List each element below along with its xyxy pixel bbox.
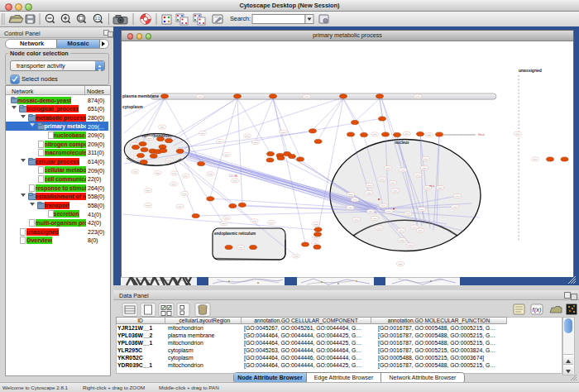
svg-text:xxxxxxxxxxxxxxxxxxxxxxxxxxxxxx: xxxxxxxxxxxxxxxxxxxxxxxxxxxxxx	[443, 134, 476, 136]
svg-text:nucleus: nucleus	[395, 141, 409, 145]
svg-text:unassigned: unassigned	[519, 68, 542, 73]
svg-text:rmt-a: rmt-a	[429, 184, 435, 188]
svg-text:cytoplasm: cytoplasm	[122, 104, 143, 109]
svg-text:endoplasmic reticulum: endoplasmic reticulum	[214, 232, 256, 236]
svg-text:Site-af: Site-af	[478, 133, 485, 136]
svg-text:plasma membrane: plasma membrane	[122, 93, 159, 98]
svg-text:Search:: Search:	[230, 15, 251, 22]
svg-text:f(x): f(x)	[533, 306, 542, 313]
svg-text:1.2.1 rRL: 1.2.1 rRL	[229, 174, 238, 178]
svg-text:1:1: 1:1	[95, 17, 101, 21]
